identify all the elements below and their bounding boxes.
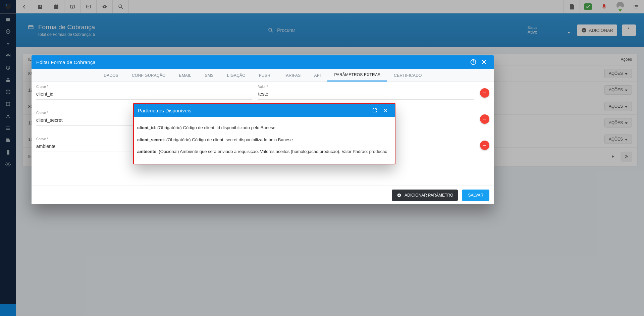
sidebar-item-active[interactable]: [0, 304, 16, 316]
contact-icon[interactable]: [32, 0, 48, 13]
add-button-label: ADICIONAR: [589, 28, 613, 33]
sidebar-item-10[interactable]: [0, 122, 16, 134]
popup-item-name: ambiente: [137, 149, 156, 154]
param-row: Chave * Valor *: [36, 83, 489, 100]
menu-list-icon[interactable]: [628, 0, 644, 13]
popup-item-desc: : (Opcional) Ambiente que será enviado a…: [156, 149, 387, 154]
tab-email[interactable]: EMAIL: [172, 70, 198, 81]
help-button[interactable]: ?: [468, 57, 479, 67]
sidebar-item-6[interactable]: [0, 74, 16, 86]
tab-push[interactable]: PUSH: [252, 70, 277, 81]
sidebar-item-2[interactable]: [0, 25, 16, 38]
topbar-spacer: [129, 0, 564, 13]
status-filter[interactable]: Status Ativo: [528, 26, 570, 35]
minus-icon: [482, 91, 487, 95]
svg-point-5: [634, 6, 634, 7]
add-button[interactable]: ADICIONAR: [577, 24, 617, 36]
param-chave-input[interactable]: [36, 116, 133, 126]
svg-point-14: [7, 164, 9, 165]
tab-ligacao[interactable]: LIGAÇÃO: [220, 70, 252, 81]
chevron-down-icon: [625, 137, 628, 142]
param-chave-input[interactable]: [36, 142, 133, 152]
popup-item: client_id: (Obrigatório) Código de clien…: [137, 122, 391, 134]
remove-param-button[interactable]: [480, 88, 489, 98]
app-logo[interactable]: [0, 0, 16, 13]
field-label-chave: Chave *: [36, 85, 252, 89]
param-chave-input[interactable]: [36, 90, 252, 100]
money-icon[interactable]: $: [64, 0, 80, 13]
terminal-icon[interactable]: [80, 0, 97, 13]
popup-item-desc: : (Obrigatório) Código de client_secret …: [164, 137, 293, 142]
svg-point-3: [119, 5, 122, 8]
expand-icon: [372, 108, 377, 113]
plus-circle-icon: [581, 27, 587, 33]
status-value: Ativo: [528, 30, 537, 35]
eye-icon[interactable]: [97, 0, 113, 13]
close-icon: [481, 59, 487, 65]
sidebar-item-3[interactable]: [0, 38, 16, 50]
refresh-button[interactable]: [622, 24, 636, 36]
title-icon: [28, 24, 34, 31]
col-acoes: Ações: [612, 57, 632, 62]
pager-exibindo: E: [612, 154, 614, 159]
row-acoes-button[interactable]: AÇÕES: [604, 85, 632, 95]
sidebar-item-9[interactable]: [0, 110, 16, 122]
row-acoes-button[interactable]: AÇÕES: [604, 135, 632, 144]
svg-point-16: [269, 28, 272, 31]
topbar: $: [0, 0, 644, 13]
sidebar-item-5[interactable]: [0, 62, 16, 74]
svg-text:1: 1: [7, 103, 9, 106]
sidebar-item-8[interactable]: 1: [0, 98, 16, 110]
search-placeholder: Procurar: [277, 28, 295, 33]
search-icon: [268, 27, 274, 33]
add-param-button[interactable]: ADICIONAR PARÂMETRO: [392, 190, 458, 201]
save-button[interactable]: SALVAR: [462, 190, 489, 201]
calendar-icon[interactable]: [48, 0, 64, 13]
row-acoes-button[interactable]: AÇÕES: [604, 69, 632, 78]
field-label-chave: Chave *: [36, 111, 133, 115]
chevron-double-right-icon: [624, 154, 629, 159]
popup-close-button[interactable]: [380, 105, 391, 116]
svg-text:$: $: [71, 5, 73, 8]
field-label-chave: Chave *: [36, 137, 133, 141]
popup-fullscreen-button[interactable]: [369, 105, 380, 116]
chevron-down-icon: [625, 120, 628, 125]
back-button[interactable]: [16, 0, 32, 13]
svg-point-4: [634, 5, 634, 6]
sidebar-item-7[interactable]: [0, 86, 16, 98]
sidebar-item-1[interactable]: [0, 13, 16, 25]
svg-text:?: ?: [472, 60, 474, 64]
bell-icon[interactable]: [596, 0, 612, 13]
modal-title: Editar Forma de Cobrança: [36, 59, 96, 65]
svg-point-6: [634, 7, 634, 8]
refresh-icon: [626, 27, 632, 33]
param-valor-input[interactable]: [258, 90, 474, 100]
sidebar-item-settings[interactable]: [0, 158, 16, 170]
pager-next[interactable]: [621, 152, 632, 162]
tab-api[interactable]: API: [307, 70, 327, 81]
sidebar-item-4[interactable]: [0, 50, 16, 62]
remove-param-button[interactable]: [480, 141, 489, 150]
tab-sms[interactable]: SMS: [198, 70, 220, 81]
search-input[interactable]: Procurar: [268, 27, 355, 33]
chevron-down-icon: [625, 88, 628, 92]
page-title: Forma de Cobrança: [38, 23, 95, 31]
row-acoes-button[interactable]: AÇÕES: [604, 118, 632, 127]
tab-tarifas[interactable]: TARIFAS: [277, 70, 308, 81]
add-param-label: ADICIONAR PARÂMETRO: [405, 193, 453, 198]
tab-dados[interactable]: DADOS: [97, 70, 125, 81]
close-modal-button[interactable]: [479, 57, 489, 67]
tab-parametros-extras[interactable]: PARÂMETROS EXTRAS: [327, 69, 387, 82]
tab-config[interactable]: CONFIGURAÇÃO: [125, 70, 172, 81]
svg-rect-7: [6, 18, 10, 21]
status-ok-icon[interactable]: [580, 0, 596, 13]
remove-param-button[interactable]: [480, 114, 489, 124]
row-acoes-button[interactable]: AÇÕES: [604, 102, 632, 111]
pdf-icon[interactable]: [564, 0, 580, 13]
tab-certificado[interactable]: CERTIFICADO: [387, 70, 428, 81]
sidebar-item-12[interactable]: [0, 146, 16, 158]
minus-icon: [482, 117, 487, 121]
sidebar-item-11[interactable]: [0, 134, 16, 146]
search-icon[interactable]: [113, 0, 129, 13]
user-avatar[interactable]: [612, 0, 628, 13]
